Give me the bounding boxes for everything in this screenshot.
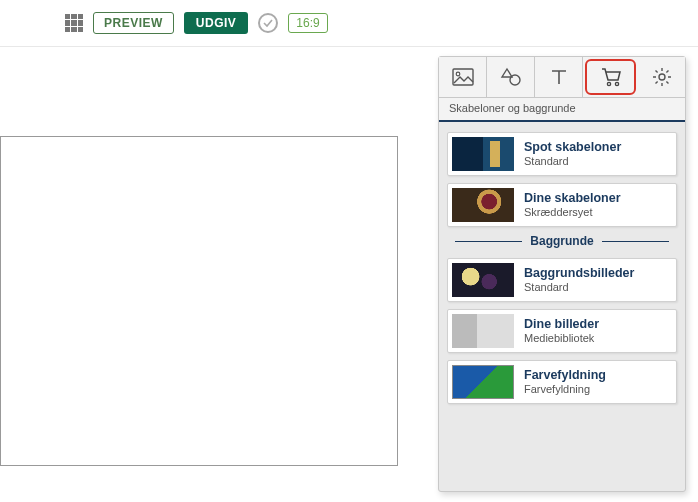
panel-section-label: Skabeloner og baggrunde (439, 98, 685, 122)
gear-icon (652, 67, 672, 87)
card-subtitle: Standard (524, 281, 634, 294)
card-subtitle: Standard (524, 155, 621, 168)
top-toolbar: PREVIEW UDGIV 16:9 (0, 0, 698, 47)
thumbnail-spot-templates (452, 137, 514, 171)
card-your-templates[interactable]: Dine skabeloner Skræddersyet (447, 183, 677, 227)
card-background-images[interactable]: Baggrundsbilleder Standard (447, 258, 677, 302)
tab-cart[interactable] (585, 59, 636, 95)
svg-point-2 (510, 75, 520, 85)
card-your-images[interactable]: Dine billeder Mediebibliotek (447, 309, 677, 353)
panel-tab-bar (439, 57, 685, 98)
preview-button[interactable]: PREVIEW (93, 12, 174, 34)
tab-shapes[interactable] (487, 57, 535, 97)
card-text: Farvefyldning Farvefyldning (524, 368, 606, 396)
cart-icon (600, 67, 622, 87)
grid-icon[interactable] (65, 14, 83, 32)
thumbnail-your-templates (452, 188, 514, 222)
card-subtitle: Skræddersyet (524, 206, 621, 219)
card-title: Baggrundsbilleder (524, 266, 634, 281)
tab-text[interactable] (535, 57, 583, 97)
thumbnail-color-fill (452, 365, 514, 399)
svg-point-5 (659, 74, 665, 80)
card-subtitle: Farvefyldning (524, 383, 606, 396)
tab-settings[interactable] (638, 57, 685, 97)
publish-button[interactable]: UDGIV (184, 12, 249, 34)
card-title: Spot skabeloner (524, 140, 621, 155)
card-subtitle: Mediebibliotek (524, 332, 599, 345)
card-text: Dine skabeloner Skræddersyet (524, 191, 621, 219)
card-spot-templates[interactable]: Spot skabeloner Standard (447, 132, 677, 176)
tab-image[interactable] (439, 57, 487, 97)
panel-body: Spot skabeloner Standard Dine skabeloner… (439, 122, 685, 421)
svg-point-3 (607, 82, 610, 85)
thumbnail-background-images (452, 263, 514, 297)
svg-point-4 (615, 82, 618, 85)
backgrounds-heading: Baggrunde (530, 234, 593, 248)
card-title: Farvefyldning (524, 368, 606, 383)
card-title: Dine skabeloner (524, 191, 621, 206)
card-text: Spot skabeloner Standard (524, 140, 621, 168)
card-title: Dine billeder (524, 317, 599, 332)
thumbnail-your-images (452, 314, 514, 348)
aspect-ratio-button[interactable]: 16:9 (288, 13, 327, 33)
side-panel: Skabeloner og baggrunde Spot skabeloner … (438, 56, 686, 492)
approve-check-icon[interactable] (258, 13, 278, 33)
backgrounds-divider: Baggrunde (447, 234, 677, 248)
card-text: Dine billeder Mediebibliotek (524, 317, 599, 345)
card-color-fill[interactable]: Farvefyldning Farvefyldning (447, 360, 677, 404)
text-icon (550, 68, 568, 86)
image-icon (452, 68, 474, 86)
svg-point-1 (456, 72, 460, 76)
shapes-icon (500, 67, 522, 87)
editor-canvas[interactable] (0, 136, 398, 466)
svg-rect-0 (453, 69, 473, 85)
card-text: Baggrundsbilleder Standard (524, 266, 634, 294)
